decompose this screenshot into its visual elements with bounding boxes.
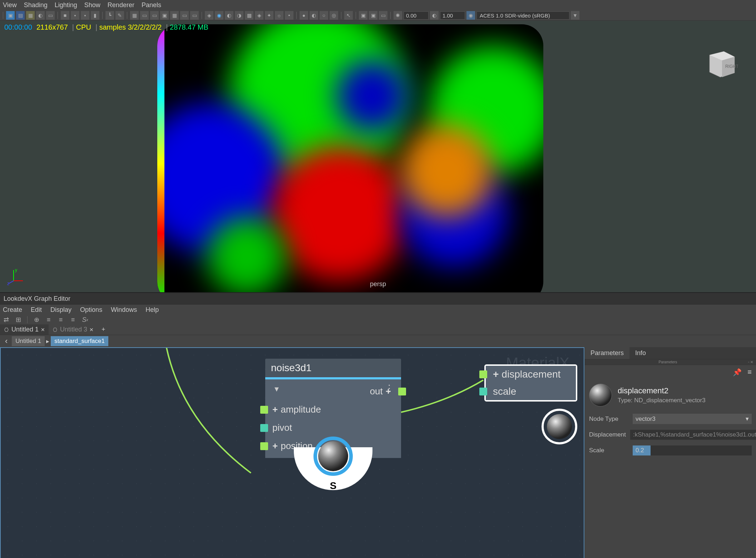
ge-menu-options[interactable]: Options (80, 306, 102, 314)
breadcrumb-root[interactable]: Untitled 1 (12, 336, 45, 346)
snap2-icon[interactable]: ▣ (369, 11, 377, 20)
bookmark2-icon[interactable]: ▮ (91, 11, 99, 20)
use-lights-icon[interactable]: ◑ (235, 11, 243, 20)
node-port-displacement[interactable]: +displacement (486, 366, 576, 383)
svg-text:z: z (7, 281, 9, 285)
grid-icon[interactable]: ▦ (130, 11, 139, 20)
safe-title-icon[interactable]: ▭ (190, 11, 199, 20)
pencil-icon[interactable]: ✎ (115, 11, 124, 20)
graph-breadcrumb: ‹ Untitled 1 ▸ standard_surface1 (0, 335, 756, 347)
menu-lighting[interactable]: Lighting (55, 1, 77, 9)
node-port-scale[interactable]: scale (486, 383, 576, 400)
ge-tool-add-icon[interactable]: ⊕ (32, 316, 41, 324)
node-displacement[interactable]: +displacement scale (484, 364, 577, 402)
props-row-displacement: Displacement :kShape1,%standard_surface1… (585, 427, 756, 443)
viewport[interactable]: 00:00:00 2116x767 | CPU | samples 3/2/2/… (0, 21, 756, 292)
props-tab-parameters[interactable]: Parameters (585, 347, 629, 359)
menu-show[interactable]: Show (84, 1, 100, 9)
resolution-gate-icon[interactable]: ▭ (150, 11, 159, 20)
props-row-nodetype: Node Type vector3▾ (585, 411, 756, 427)
camera-icon[interactable]: ■ (61, 11, 69, 20)
shaded-icon[interactable]: ◉ (215, 11, 223, 20)
exposure-field[interactable] (404, 11, 429, 20)
dropdown-arrow-icon[interactable]: ▼ (571, 11, 579, 20)
select-camera-icon[interactable]: ▣ (6, 11, 15, 20)
colorspace-icon[interactable]: ◉ (466, 11, 475, 20)
tab-add-button[interactable]: + (97, 324, 110, 335)
ge-menu-edit[interactable]: Edit (31, 306, 42, 314)
film-icon[interactable]: ▭ (46, 11, 55, 20)
node-noise3d1[interactable]: noise3d1 ▼ ⋮ out+ +amplitude pivot (265, 359, 401, 458)
ge-tool-list3-icon[interactable]: ≡ (68, 316, 78, 324)
node-displacement-preview (542, 409, 577, 444)
props-label: Displacement (589, 431, 626, 438)
ge-tool-layout-icon[interactable]: ⊞ (14, 316, 23, 324)
isolate1-icon[interactable]: ● (300, 11, 308, 20)
snap1-icon[interactable]: ▣ (359, 11, 367, 20)
light2-icon[interactable]: • (285, 11, 293, 20)
menu-view[interactable]: View (3, 1, 17, 9)
stat-device: CPU (76, 23, 91, 31)
sphere-icon[interactable]: ◐ (36, 11, 45, 20)
ao-icon[interactable]: ◈ (255, 11, 263, 20)
ge-tool-solo-icon[interactable]: Sx (80, 316, 90, 324)
breadcrumb-current[interactable]: standard_surface1 (51, 336, 108, 346)
textured-icon[interactable]: ◐ (225, 11, 233, 20)
field-chart-icon[interactable]: ▦ (170, 11, 179, 20)
menu-panels[interactable]: Panels (142, 1, 161, 9)
shelf-icon[interactable]: ┗ (105, 11, 114, 20)
camera-settings-icon[interactable]: ▪ (71, 11, 79, 20)
props-tab-info[interactable]: Info (629, 347, 652, 359)
ge-menu-help[interactable]: Help (145, 306, 159, 314)
cursor-icon[interactable]: ↖ (344, 11, 353, 20)
breadcrumb-back-button[interactable]: ‹ (1, 336, 11, 347)
film-gate-icon[interactable]: ▭ (140, 11, 149, 20)
ge-tool-list1-icon[interactable]: ≡ (44, 316, 53, 324)
node-port-amplitude[interactable]: +amplitude (265, 400, 401, 419)
ge-menu-windows[interactable]: Windows (111, 306, 137, 314)
displacement-field[interactable]: :kShape1,%standard_surface1%noise3d1.out (630, 430, 756, 440)
ge-tool-list2-icon[interactable]: ≡ (56, 316, 65, 324)
isolate2-icon[interactable]: ◐ (310, 11, 318, 20)
tab-close-icon[interactable]: ✕ (89, 327, 94, 333)
menu-shading[interactable]: Shading (24, 1, 48, 9)
camera-lock-icon[interactable]: ▪ (81, 11, 89, 20)
ge-menu-create[interactable]: Create (3, 306, 22, 314)
image-plane-icon[interactable]: ▦ (26, 11, 35, 20)
menu-icon[interactable]: ≡ (747, 368, 752, 377)
colorspace-dropdown[interactable]: ACES 1.0 SDR-video (sRGB) (476, 11, 569, 20)
snap3-icon[interactable]: ▭ (379, 11, 387, 20)
shadows-icon[interactable]: ▩ (245, 11, 253, 20)
node-port-pivot[interactable]: pivot (265, 419, 401, 437)
axis-gizmo: y z (7, 267, 25, 285)
colorspace-label: ACES 1.0 SDR-video (sRGB) (480, 13, 550, 19)
wireframe-icon[interactable]: ◈ (205, 11, 213, 20)
ge-menu-display[interactable]: Display (50, 306, 71, 314)
viewcube[interactable]: RIGHT (702, 44, 738, 80)
scale-slider[interactable]: 0.2 (633, 445, 752, 455)
tab-close-icon[interactable]: ✕ (41, 327, 45, 333)
stat-samples: samples 3/2/2/2/2/2 (99, 23, 162, 31)
svg-text:RIGHT: RIGHT (725, 64, 738, 69)
bookmark-icon[interactable]: ▤ (16, 11, 25, 20)
tab-untitled-3[interactable]: Untitled 3 ✕ (49, 324, 97, 335)
gamma-icon[interactable]: ◐ (430, 11, 439, 20)
safe-action-icon[interactable]: ▭ (180, 11, 189, 20)
light1-icon[interactable]: ☼ (275, 11, 283, 20)
isolate3-icon[interactable]: ○ (320, 11, 328, 20)
menu-renderer[interactable]: Renderer (108, 1, 134, 9)
motion-blur-icon[interactable]: ✦ (265, 11, 273, 20)
graph-canvas[interactable]: MaterialX noise3d1 ▼ ⋮ out+ +amplitude (0, 347, 584, 558)
stat-memory: 2878.47 MB (170, 23, 208, 31)
gate-mask-icon[interactable]: ▣ (160, 11, 169, 20)
tab-untitled-1[interactable]: Untitled 1 ✕ (0, 324, 49, 335)
ge-tool-connect-icon[interactable]: ⇄ (1, 316, 11, 324)
xray-icon[interactable]: ◎ (330, 11, 338, 20)
exposure-icon[interactable]: ✺ (394, 11, 402, 20)
pin-icon[interactable]: 📌 (733, 368, 742, 377)
node-port-out[interactable]: out+ (265, 382, 401, 400)
gamma-field[interactable] (440, 11, 465, 20)
nodetype-dropdown[interactable]: vector3▾ (633, 414, 752, 424)
panel-controls-icon[interactable]: ▫ ✕ (748, 360, 753, 364)
viewport-toolbar: ▣ ▤ ▦ ◐ ▭ ■ ▪ ▪ ▮ ┗ ✎ ▦ ▭ ▭ ▣ ▦ ▭ ▭ ◈ ◉ … (0, 10, 756, 21)
